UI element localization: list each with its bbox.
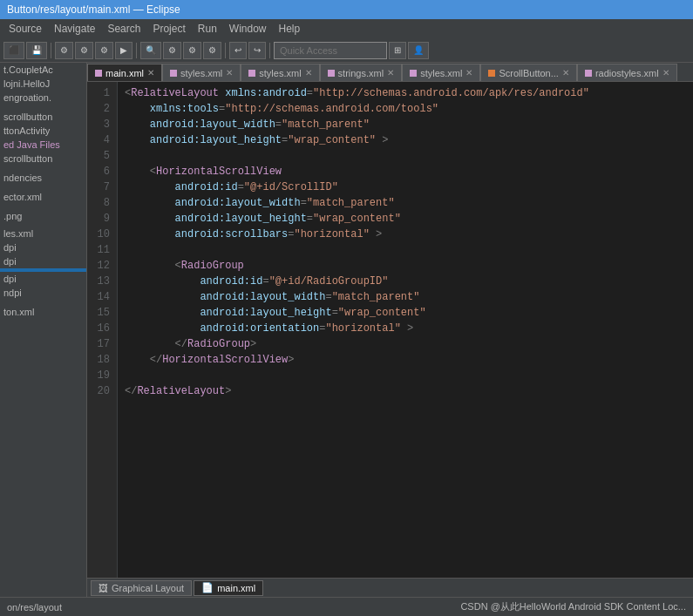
sidebar-item[interactable]: ndencies	[0, 171, 86, 185]
toolbar-btn8[interactable]: ⚙	[203, 42, 221, 59]
menu-run[interactable]: Run	[193, 21, 222, 37]
menu-search[interactable]: Search	[102, 21, 146, 37]
title-bar: Button/res/layout/main.xml — Eclipse	[0, 0, 693, 19]
toolbar: ⬛ 💾 ⚙ ⚙ ⚙ ▶ 🔍 ⚙ ⚙ ⚙ ↩ ↪ ⊞ 👤	[0, 38, 693, 63]
sidebar-item[interactable]: scrollbutton	[0, 152, 86, 166]
main-layout: t.CoupletAc lojni.HelloJ engroation. scr…	[0, 63, 693, 597]
sidebar-item[interactable]: lojni.HelloJ	[0, 77, 86, 91]
toolbar-btn6[interactable]: ⚙	[163, 42, 181, 59]
toolbar-btn3[interactable]: ⚙	[95, 42, 113, 59]
tab-styles3[interactable]: styles.xml ✕	[402, 64, 480, 81]
sidebar-item[interactable]: ndpi	[0, 286, 86, 300]
sidebar-item-highlighted[interactable]: ed Java Files	[0, 138, 86, 152]
tab-label-styles1: styles.xml	[180, 68, 222, 78]
tab-strings[interactable]: strings.xml ✕	[320, 64, 403, 81]
tab-close-radio[interactable]: ✕	[662, 68, 669, 78]
sidebar-item[interactable]: ector.xml	[0, 190, 86, 204]
tab-close-main[interactable]: ✕	[147, 68, 154, 78]
toolbar-sep3	[225, 43, 226, 58]
status-left: on/res/layout	[7, 602, 62, 613]
tab-icon-scroll	[488, 70, 495, 77]
toolbar-save[interactable]: 💾	[26, 42, 47, 59]
toolbar-sep2	[136, 43, 137, 58]
toolbar-btn4[interactable]: ▶	[115, 42, 132, 59]
bottom-tab-main-xml[interactable]: 📄 main.xml	[194, 580, 263, 596]
bottom-tabs: 🖼 Graphical Layout 📄 main.xml	[87, 578, 693, 597]
toolbar-redo[interactable]: ↪	[248, 42, 266, 59]
sidebar-item[interactable]: scrollbutton	[0, 110, 86, 124]
tab-radiostyles[interactable]: radiostyles.xml ✕	[577, 64, 677, 81]
tab-icon-strings	[328, 70, 335, 77]
tab-close-strings[interactable]: ✕	[387, 68, 394, 78]
tab-label-radio: radiostyles.xml	[595, 68, 659, 78]
quick-access-input[interactable]	[274, 42, 387, 59]
menu-navigate[interactable]: Navigate	[49, 21, 100, 37]
toolbar-undo[interactable]: ↩	[229, 42, 247, 59]
tab-label-strings: strings.xml	[338, 68, 384, 78]
toolbar-layout[interactable]: ⊞	[389, 42, 406, 59]
sidebar-item[interactable]: .png	[0, 209, 86, 223]
toolbar-btn2[interactable]: ⚙	[75, 42, 93, 59]
tab-styles1[interactable]: styles.xml ✕	[162, 64, 241, 81]
sidebar-item[interactable]: engroation.	[0, 91, 86, 105]
menu-help[interactable]: Help	[274, 21, 306, 37]
sidebar-item[interactable]: dpi	[0, 272, 86, 286]
tab-label-styles3: styles.xml	[420, 68, 462, 78]
tab-icon-main	[95, 70, 102, 77]
sidebar-item[interactable]: dpi	[0, 240, 86, 254]
sidebar-item[interactable]: t.CoupletAc	[0, 63, 86, 77]
tab-bar: main.xml ✕ styles.xml ✕ styles.xml ✕ str…	[87, 63, 693, 82]
sidebar-item[interactable]: dpi	[0, 254, 86, 268]
tab-icon-radio	[585, 70, 592, 77]
bottom-tab-xml-icon: 📄	[201, 582, 214, 593]
line-numbers: 1 2 3 4 5 6 7 8 9 10 11 12 13 14 15 16 1…	[87, 82, 118, 578]
toolbar-sep1	[51, 43, 51, 58]
tab-icon-styles3	[410, 70, 417, 77]
toolbar-user[interactable]: 👤	[408, 42, 429, 59]
status-bar: on/res/layout CSDN @从此HelloWorld Android…	[0, 597, 693, 616]
code-editor[interactable]: 1 2 3 4 5 6 7 8 9 10 11 12 13 14 15 16 1…	[87, 82, 693, 578]
toolbar-new[interactable]: ⬛	[3, 42, 24, 59]
toolbar-btn5[interactable]: 🔍	[140, 42, 161, 59]
tab-styles2[interactable]: styles.xml ✕	[241, 64, 319, 81]
sidebar-item[interactable]: ttonActivity	[0, 124, 86, 138]
bottom-tab-graphical-icon: 🖼	[99, 583, 108, 593]
sidebar: t.CoupletAc lojni.HelloJ engroation. scr…	[0, 63, 87, 597]
tab-close-styles3[interactable]: ✕	[465, 68, 472, 78]
tab-label-scroll: ScrollButton...	[499, 68, 558, 78]
tab-close-scroll[interactable]: ✕	[562, 68, 569, 78]
tab-close-styles2[interactable]: ✕	[305, 68, 312, 78]
sidebar-item[interactable]: les.xml	[0, 227, 86, 240]
toolbar-btn1[interactable]: ⚙	[55, 42, 73, 59]
tab-scrollbutton[interactable]: ScrollButton... ✕	[480, 64, 576, 81]
menu-project[interactable]: Project	[147, 21, 190, 37]
bottom-tab-xml-label: main.xml	[217, 583, 255, 593]
toolbar-sep4	[269, 43, 270, 58]
status-right: CSDN @从此HelloWorld Android SDK Content L…	[460, 600, 686, 613]
tab-label-main: main.xml	[105, 68, 144, 78]
tab-main-xml[interactable]: main.xml ✕	[87, 64, 162, 81]
tab-icon-styles2	[248, 70, 255, 77]
code-content[interactable]: <RelativeLayout xmlns:android="http://sc…	[118, 82, 693, 578]
tab-close-styles1[interactable]: ✕	[226, 68, 233, 78]
menu-source[interactable]: Source	[3, 21, 47, 37]
menu-bar: Source Navigate Search Project Run Windo…	[0, 19, 693, 38]
bottom-tab-graphical-label: Graphical Layout	[112, 583, 184, 593]
bottom-tab-graphical[interactable]: 🖼 Graphical Layout	[91, 580, 192, 596]
tab-label-styles2: styles.xml	[259, 68, 301, 78]
toolbar-btn7[interactable]: ⚙	[183, 42, 201, 59]
sidebar-item[interactable]: ton.xml	[0, 305, 86, 319]
tab-icon-styles1	[170, 70, 177, 77]
title-text: Button/res/layout/main.xml — Eclipse	[7, 3, 180, 16]
editor-area: main.xml ✕ styles.xml ✕ styles.xml ✕ str…	[87, 63, 693, 597]
menu-window[interactable]: Window	[224, 21, 272, 37]
